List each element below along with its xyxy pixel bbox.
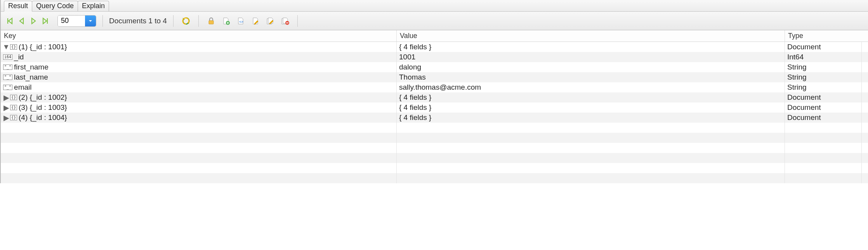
cell-value[interactable] xyxy=(397,163,785,173)
cell-value[interactable]: sally.thomas@acme.com xyxy=(397,82,785,92)
grid-body: ▼{}(1) {_id : 1001}{ 4 fields }Documenti… xyxy=(1,42,868,183)
key-text: email xyxy=(14,83,31,92)
cell-key[interactable] xyxy=(1,173,397,183)
cell-value[interactable]: dalong xyxy=(397,62,785,72)
object-type-icon: {} xyxy=(10,115,17,120)
table-row[interactable] xyxy=(1,123,868,133)
string-type-icon: "_" xyxy=(3,85,12,90)
table-row[interactable] xyxy=(1,163,868,173)
expand-icon[interactable]: ▶ xyxy=(3,113,9,122)
first-page-icon[interactable] xyxy=(5,16,15,26)
table-row[interactable]: ▶{}(4) {_id : 1004}{ 4 fields }Document xyxy=(1,113,868,123)
key-text: (2) {_id : 1002} xyxy=(19,93,67,102)
column-header-value[interactable]: Value xyxy=(397,30,785,42)
table-row[interactable]: ▶{}(3) {_id : 1003}{ 4 fields }Document xyxy=(1,102,868,113)
cell-key[interactable]: "_"email xyxy=(1,82,397,92)
lock-icon[interactable] xyxy=(207,16,216,26)
type-text: Int64 xyxy=(787,53,804,61)
key-text: (3) {_id : 1003} xyxy=(19,103,67,112)
next-page-icon[interactable] xyxy=(29,16,38,26)
cell-key[interactable]: ▼{}(1) {_id : 1001} xyxy=(1,42,397,52)
cell-value[interactable]: 1001 xyxy=(397,52,785,62)
column-header-key[interactable]: Key xyxy=(1,30,397,42)
cell-key[interactable] xyxy=(1,153,397,163)
cell-type xyxy=(785,143,862,153)
cell-key[interactable]: ▶{}(2) {_id : 1002} xyxy=(1,92,397,102)
page-size-dropdown-icon[interactable] xyxy=(85,16,96,26)
tab-query-code[interactable]: Query Code xyxy=(32,1,78,11)
key-text: _id xyxy=(14,53,24,61)
cell-key[interactable] xyxy=(1,133,397,143)
view-document-icon[interactable]: <> xyxy=(236,16,245,26)
prev-page-icon[interactable] xyxy=(17,16,26,26)
table-row[interactable]: "_"last_nameThomasString xyxy=(1,72,868,82)
int64-type-icon: i64 xyxy=(3,54,12,60)
cell-value[interactable] xyxy=(397,133,785,143)
cell-value[interactable]: { 4 fields } xyxy=(397,42,785,52)
table-row[interactable]: "_"first_namedalongString xyxy=(1,62,868,72)
separator xyxy=(297,15,298,27)
value-text: 1001 xyxy=(399,53,415,61)
object-type-icon: {} xyxy=(10,44,17,50)
cell-key[interactable]: "_"first_name xyxy=(1,62,397,72)
cell-type xyxy=(785,163,862,173)
cell-value[interactable] xyxy=(397,143,785,153)
cell-key[interactable]: ▶{}(4) {_id : 1004} xyxy=(1,113,397,123)
documents-range-label: Documents 1 to 4 xyxy=(109,17,167,25)
object-type-icon: {} xyxy=(10,105,17,110)
table-row[interactable] xyxy=(1,143,868,153)
toolbar: Documents 1 to 4 <> xyxy=(1,12,868,30)
tab-result[interactable]: Result xyxy=(4,1,32,12)
tab-explain[interactable]: Explain xyxy=(78,1,109,11)
separator xyxy=(198,15,199,27)
cell-type xyxy=(785,173,862,183)
grid-header: Key Value Type xyxy=(1,30,868,42)
cell-key[interactable]: ▶{}(3) {_id : 1003} xyxy=(1,102,397,113)
page-size-input[interactable] xyxy=(58,16,85,26)
table-row[interactable] xyxy=(1,133,868,143)
table-row[interactable] xyxy=(1,173,868,183)
last-page-icon[interactable] xyxy=(40,16,50,26)
cell-type: String xyxy=(785,82,862,92)
expand-icon[interactable]: ▶ xyxy=(3,93,9,102)
cell-key[interactable] xyxy=(1,143,397,153)
table-row[interactable]: "_"emailsally.thomas@acme.comString xyxy=(1,82,868,92)
cell-type xyxy=(785,133,862,143)
type-text: Document xyxy=(787,93,821,102)
cell-key[interactable] xyxy=(1,163,397,173)
type-text: Document xyxy=(787,43,821,51)
cell-value[interactable]: { 4 fields } xyxy=(397,102,785,113)
cell-value[interactable] xyxy=(397,173,785,183)
refresh-icon[interactable] xyxy=(181,16,191,26)
page-size-combo[interactable] xyxy=(57,15,96,27)
column-header-type[interactable]: Type xyxy=(785,30,862,42)
collapse-icon[interactable]: ▼ xyxy=(3,43,9,51)
cell-value[interactable] xyxy=(397,153,785,163)
expand-icon[interactable]: ▶ xyxy=(3,103,9,112)
edit-documents-icon[interactable] xyxy=(266,16,275,26)
cell-value[interactable]: { 4 fields } xyxy=(397,92,785,102)
value-text: dalong xyxy=(399,63,421,71)
value-text: { 4 fields } xyxy=(399,43,431,51)
key-text: first_name xyxy=(14,63,49,71)
cell-value[interactable] xyxy=(397,123,785,133)
table-row[interactable] xyxy=(1,153,868,163)
cell-type: Document xyxy=(785,42,862,52)
result-grid: Key Value Type ▼{}(1) {_id : 1001}{ 4 fi… xyxy=(1,30,868,183)
value-text: { 4 fields } xyxy=(399,93,431,102)
table-row[interactable]: i64_id1001Int64 xyxy=(1,52,868,62)
table-row[interactable]: ▼{}(1) {_id : 1001}{ 4 fields }Document xyxy=(1,42,868,52)
cell-value[interactable]: { 4 fields } xyxy=(397,113,785,123)
cell-value[interactable]: Thomas xyxy=(397,72,785,82)
cell-type: Int64 xyxy=(785,52,862,62)
add-document-icon[interactable] xyxy=(221,16,231,26)
cell-key[interactable]: "_"last_name xyxy=(1,72,397,82)
edit-document-icon[interactable] xyxy=(251,16,260,26)
cell-key[interactable] xyxy=(1,123,397,133)
table-row[interactable]: ▶{}(2) {_id : 1002}{ 4 fields }Document xyxy=(1,92,868,102)
type-text: Document xyxy=(787,113,821,122)
value-text: { 4 fields } xyxy=(399,113,431,122)
cell-key[interactable]: i64_id xyxy=(1,52,397,62)
tabs-bar: Result Query Code Explain xyxy=(1,0,868,12)
delete-documents-icon[interactable] xyxy=(280,16,290,26)
